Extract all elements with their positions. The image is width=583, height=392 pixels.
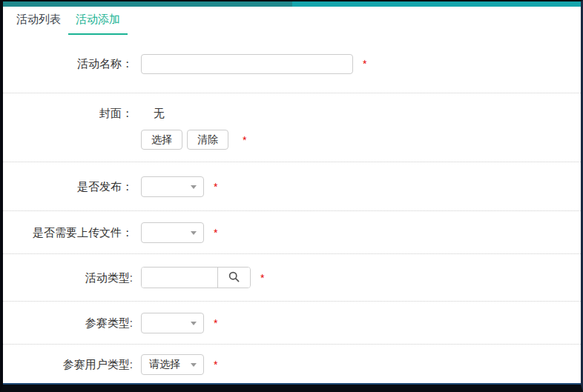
required-asterisk: * [260,273,264,283]
cover-select-button[interactable]: 选择 [141,130,182,150]
form-row-entry-user-type: 参赛用户类型: 请选择 * [3,345,581,385]
cover-none-text: 无 [141,104,246,122]
progress-bar-left-segment [3,1,292,7]
tab-activity-add[interactable]: 活动添加 [68,7,128,35]
form-row-activity-name: 活动名称： * [3,35,581,93]
required-asterisk: * [214,359,217,370]
form-row-activity-type: 活动类型: * [3,254,581,302]
required-asterisk: * [214,227,217,238]
form-row-cover: 封面： 无 选择 清除 * [3,93,581,162]
chevron-down-icon [191,185,197,189]
cover-label: 封面： [3,104,133,122]
activity-type-input[interactable] [142,268,217,288]
required-asterisk: * [363,59,366,69]
chevron-down-icon [191,363,197,367]
entry-user-type-select[interactable]: 请选择 [141,354,204,375]
cover-clear-button[interactable]: 清除 [187,130,228,150]
tab-activity-list[interactable]: 活动列表 [9,7,68,35]
publish-select[interactable] [141,176,204,197]
need-upload-label: 是否需要上传文件： [3,224,133,242]
activity-add-form: 活动名称： * 封面： 无 选择 清除 * 是否发布： [3,35,581,385]
chevron-down-icon [191,322,197,325]
activity-type-label: 活动类型: [3,269,133,287]
activity-type-search-button[interactable] [217,268,250,288]
window: 活动列表 活动添加 活动名称： * 封面： 无 选择 清除 * [0,0,583,392]
entry-type-select[interactable] [141,313,204,333]
tab-bar: 活动列表 活动添加 [3,7,581,35]
entry-user-type-label: 参赛用户类型: [3,356,133,373]
activity-name-label: 活动名称： [3,55,133,73]
need-upload-select[interactable] [141,222,204,243]
search-icon [228,270,240,285]
form-row-publish: 是否发布： * [3,162,581,211]
entry-user-type-select-value: 请选择 [149,358,180,371]
form-row-need-upload: 是否需要上传文件： * [3,211,581,254]
publish-label: 是否发布： [3,178,133,196]
activity-name-input[interactable] [141,54,353,74]
activity-type-search-group [141,267,251,288]
window-bottom-edge [3,383,581,385]
form-row-entry-type: 参赛类型: * [3,302,581,345]
chevron-down-icon [191,231,197,235]
required-asterisk: * [214,182,217,192]
progress-bar [3,1,581,7]
entry-type-label: 参赛类型: [3,314,133,332]
required-asterisk: * [214,318,217,328]
required-asterisk: * [243,135,246,145]
progress-bar-right-segment [292,1,582,7]
